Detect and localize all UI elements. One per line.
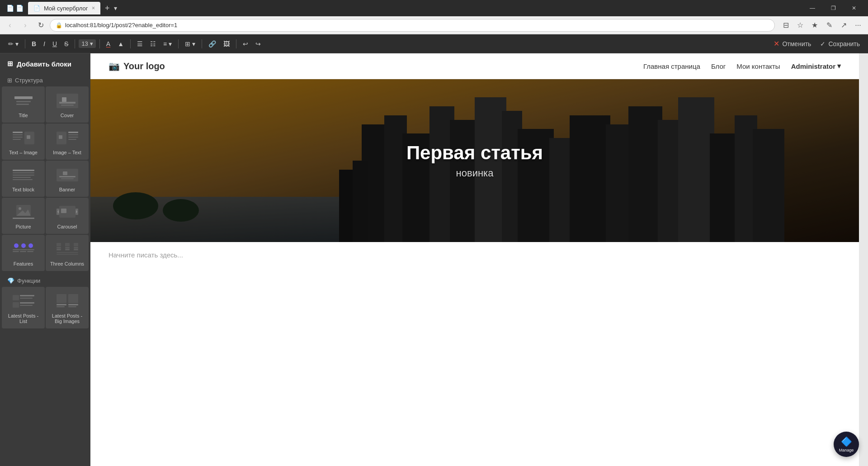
- block-text-image[interactable]: Text – Image: [2, 124, 45, 160]
- save-button[interactable]: ✓ Сохранить: [817, 38, 863, 50]
- svg-rect-65: [68, 294, 78, 303]
- block-banner[interactable]: Banner: [46, 161, 89, 197]
- minimize-button[interactable]: —: [802, 0, 823, 16]
- site-logo: 📷 Your logo: [108, 61, 165, 71]
- block-picture[interactable]: Picture: [2, 198, 45, 234]
- notes-btn[interactable]: ✎: [823, 19, 835, 32]
- strikethrough-btn[interactable]: S: [61, 38, 71, 50]
- svg-rect-2: [16, 104, 29, 105]
- block-image-text[interactable]: Image – Text: [46, 124, 89, 160]
- svg-rect-9: [13, 137, 23, 138]
- cancel-button[interactable]: ✕ Отменить: [771, 38, 814, 50]
- editor-content: 📷 Your logo Главная страница Блог Мои ко…: [90, 53, 868, 466]
- new-tab-button[interactable]: +: [102, 4, 113, 13]
- manage-icon: 🔷: [841, 436, 852, 447]
- svg-rect-53: [74, 243, 78, 247]
- logo-camera-icon: 📷: [108, 61, 120, 71]
- nav-blog[interactable]: Блог: [711, 62, 726, 70]
- tab-title: Мой супербрлог: [44, 5, 88, 12]
- share-btn[interactable]: ↗: [837, 19, 850, 32]
- table-btn[interactable]: ⊞ ▾: [182, 38, 198, 50]
- block-features[interactable]: Features: [2, 235, 45, 271]
- toolbar-right: ✕ Отменить ✓ Сохранить: [771, 38, 863, 50]
- browser-active-tab[interactable]: 📄 Мой супербрлог ×: [28, 2, 100, 14]
- carousel-block-icon: [54, 202, 81, 222]
- reader-view-btn[interactable]: ⊟: [779, 19, 792, 32]
- block-latest-posts-list[interactable]: Latest Posts - List: [2, 287, 45, 328]
- text-style-btn[interactable]: ✏ ▾: [5, 38, 21, 50]
- nav-admin-label: Administrator: [791, 62, 835, 70]
- svg-rect-57: [57, 254, 78, 255]
- nav-admin-dropdown[interactable]: Administrator ▾: [791, 62, 841, 70]
- svg-rect-15: [68, 132, 78, 133]
- block-text-block[interactable]: Text block: [2, 161, 45, 197]
- site-nav: Главная страница Блог Мои контакты Admin…: [643, 62, 841, 70]
- list-ol-btn[interactable]: ☷: [147, 38, 159, 50]
- block-title[interactable]: Title: [2, 86, 45, 123]
- address-bar[interactable]: 🔒 localhost:81/blog/1/post/2?enable_edit…: [50, 19, 775, 32]
- svg-rect-58: [13, 295, 19, 300]
- block-carousel[interactable]: Carousel: [46, 198, 89, 234]
- lock-icon: 🔒: [56, 22, 62, 29]
- svg-point-29: [19, 207, 21, 210]
- svg-rect-63: [20, 305, 33, 306]
- nav-home[interactable]: Главная страница: [643, 62, 700, 70]
- svg-rect-43: [20, 249, 27, 250]
- sidebar: ⊞ Добавить блоки ⊞ Структура Title: [0, 53, 90, 466]
- editor-toolbar: ✏ ▾ B I U S 13 ▾ A ▲ ☰ ☷ ≡ ▾ ⊞ ▾ 🔗 🖼 ↩ ↪…: [0, 34, 868, 53]
- tab-close-btn[interactable]: ×: [92, 5, 95, 11]
- browser-tab-icon: 📄 📄: [4, 5, 26, 12]
- editor-placeholder[interactable]: Начните писать здесь...: [90, 242, 859, 333]
- svg-rect-66: [57, 304, 66, 305]
- svg-point-40: [28, 243, 33, 248]
- close-window-button[interactable]: ✕: [844, 0, 864, 16]
- svg-rect-25: [63, 171, 67, 175]
- nav-contacts[interactable]: Мои контакты: [736, 62, 780, 70]
- undo-btn[interactable]: ↩: [240, 38, 251, 50]
- banner-block-label: Banner: [59, 187, 75, 192]
- structure-icon: ⊞: [7, 77, 12, 84]
- refresh-button[interactable]: ↻: [34, 19, 47, 32]
- manage-button[interactable]: 🔷 Manage: [834, 432, 859, 457]
- highlight-btn[interactable]: ▲: [115, 38, 127, 50]
- favorites-btn[interactable]: ★: [808, 19, 821, 32]
- redo-btn[interactable]: ↪: [253, 38, 264, 50]
- picture-block-icon: [10, 202, 37, 222]
- list-ul-btn[interactable]: ☰: [134, 38, 146, 50]
- structure-label: Структура: [15, 77, 43, 84]
- font-size-control[interactable]: 13 ▾: [79, 39, 95, 48]
- block-latest-posts-big[interactable]: Latest Posts - Big Images: [46, 287, 89, 328]
- forward-button[interactable]: ›: [19, 19, 32, 32]
- maximize-button[interactable]: ❐: [823, 0, 844, 16]
- align-btn[interactable]: ≡ ▾: [160, 38, 175, 50]
- latest-posts-big-label: Latest Posts - Big Images: [48, 313, 86, 324]
- svg-rect-26: [59, 176, 75, 177]
- block-three-columns[interactable]: Three Columns: [46, 235, 89, 271]
- title-block-icon: [10, 91, 37, 111]
- toolbar-sep-5: [178, 39, 179, 48]
- more-btn[interactable]: ···: [852, 19, 864, 32]
- block-cover[interactable]: Cover: [46, 86, 89, 123]
- link-btn[interactable]: 🔗: [206, 38, 219, 50]
- back-button[interactable]: ‹: [4, 19, 16, 32]
- nav-admin-arrow: ▾: [837, 62, 841, 70]
- tab-dropdown-button[interactable]: ▾: [114, 5, 117, 12]
- svg-rect-61: [13, 302, 19, 308]
- italic-btn[interactable]: I: [41, 38, 48, 50]
- latest-posts-list-icon: [10, 291, 37, 311]
- svg-rect-23: [13, 179, 33, 180]
- text-image-block-icon: [10, 128, 37, 148]
- svg-rect-8: [13, 134, 23, 135]
- bold-btn[interactable]: B: [29, 38, 39, 50]
- cover-block-icon: [54, 91, 81, 111]
- title-block-label: Title: [19, 113, 28, 118]
- svg-rect-49: [57, 249, 61, 250]
- underline-btn[interactable]: U: [50, 38, 60, 50]
- image-btn[interactable]: 🖼: [221, 38, 232, 50]
- hero-text-overlay: Первая статья новинка: [406, 142, 543, 179]
- bookmark-btn[interactable]: ☆: [794, 19, 807, 32]
- svg-rect-7: [13, 132, 23, 133]
- font-color-btn[interactable]: A: [104, 38, 113, 50]
- svg-rect-62: [20, 302, 34, 304]
- svg-rect-3: [57, 94, 78, 108]
